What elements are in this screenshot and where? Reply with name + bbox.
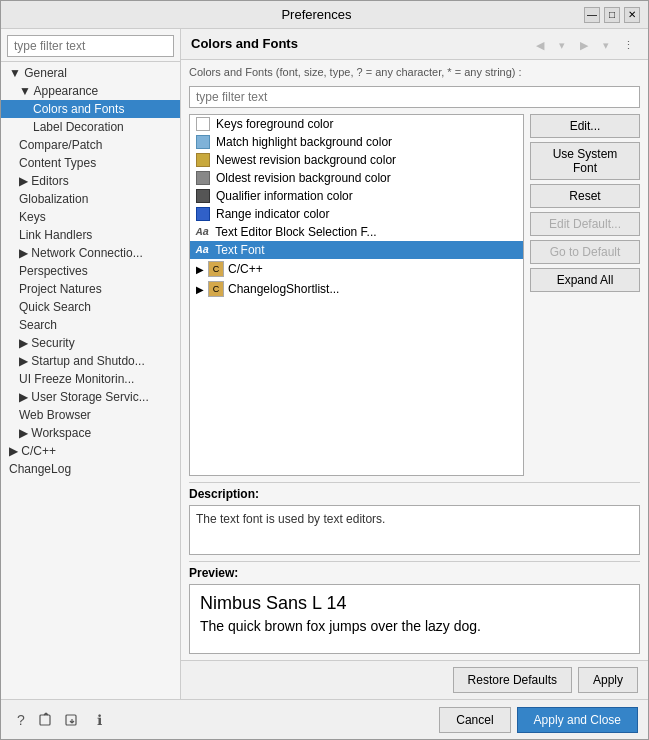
apply-and-close-button[interactable]: Apply and Close: [517, 707, 638, 733]
sidebar: ▼ General▼ AppearanceColors and FontsLab…: [1, 29, 181, 699]
restore-defaults-button[interactable]: Restore Defaults: [453, 667, 572, 693]
go-to-default-button[interactable]: Go to Default: [530, 240, 640, 264]
filter-description: Colors and Fonts (font, size, type, ? = …: [189, 66, 640, 78]
footer-bar: ? ℹ Cancel Apply and Close: [1, 699, 648, 739]
preview-font-name: Nimbus Sans L 14: [200, 593, 629, 614]
side-buttons: Edit... Use System Font Reset Edit Defau…: [530, 114, 640, 476]
edit-button[interactable]: Edit...: [530, 114, 640, 138]
color-swatch: [196, 117, 210, 131]
color-item-range-indicator[interactable]: Range indicator color: [190, 205, 523, 223]
footer-icons: ? ℹ: [11, 710, 109, 730]
sidebar-item-ui-freeze[interactable]: UI Freeze Monitorin...: [1, 370, 180, 388]
forward-dropdown-button[interactable]: ▾: [596, 35, 616, 55]
sidebar-item-security[interactable]: ▶ Security: [1, 334, 180, 352]
sidebar-tree: ▼ General▼ AppearanceColors and FontsLab…: [1, 62, 180, 699]
sidebar-filter-input[interactable]: [7, 35, 174, 57]
sidebar-item-cpp[interactable]: ▶ C/C++: [1, 442, 180, 460]
sidebar-item-compare-patch[interactable]: Compare/Patch: [1, 136, 180, 154]
description-text: The text font is used by text editors.: [189, 505, 640, 555]
preferences-window: Preferences — □ ✕ ▼ General▼ AppearanceC…: [0, 0, 649, 740]
import-icon[interactable]: [63, 710, 83, 730]
help-icon[interactable]: ?: [11, 710, 31, 730]
sidebar-item-appearance[interactable]: ▼ Appearance: [1, 82, 180, 100]
forward-button[interactable]: ▶: [574, 35, 594, 55]
color-item-text-block-sel[interactable]: AaText Editor Block Selection F...: [190, 223, 523, 241]
sidebar-item-workspace[interactable]: ▶ Workspace: [1, 424, 180, 442]
description-section: Description: The text font is used by te…: [189, 482, 640, 555]
colors-filter-input[interactable]: [189, 86, 640, 108]
reset-button[interactable]: Reset: [530, 184, 640, 208]
maximize-button[interactable]: □: [604, 7, 620, 23]
right-panel: Colors and Fonts ◀ ▾ ▶ ▾ ⋮ Colors and Fo…: [181, 29, 648, 699]
aa-icon: Aa: [196, 244, 209, 256]
sidebar-filter-area: [1, 29, 180, 62]
panel-header: Colors and Fonts ◀ ▾ ▶ ▾ ⋮: [181, 29, 648, 60]
apply-button[interactable]: Apply: [578, 667, 638, 693]
preview-box: Nimbus Sans L 14 The quick brown fox jum…: [189, 584, 640, 654]
window-title: Preferences: [49, 7, 584, 22]
sidebar-item-quick-search[interactable]: Quick Search: [1, 298, 180, 316]
group-icon: C: [208, 281, 224, 297]
group-item-changelogshortlist[interactable]: ▶CChangelogShortlist...: [190, 279, 523, 299]
list-and-buttons: Keys foreground colorMatch highlight bac…: [189, 114, 640, 476]
preview-label: Preview:: [189, 566, 640, 580]
color-item-qualifier-info[interactable]: Qualifier information color: [190, 187, 523, 205]
aa-icon: Aa: [196, 226, 209, 238]
expand-all-button[interactable]: Expand All: [530, 268, 640, 292]
sidebar-item-content-types[interactable]: Content Types: [1, 154, 180, 172]
sidebar-item-network-connections[interactable]: ▶ Network Connectio...: [1, 244, 180, 262]
main-content: ▼ General▼ AppearanceColors and FontsLab…: [1, 29, 648, 699]
window-controls: — □ ✕: [584, 7, 640, 23]
panel-menu-button[interactable]: ⋮: [618, 35, 638, 55]
sidebar-item-startup-shutdown[interactable]: ▶ Startup and Shutdo...: [1, 352, 180, 370]
export-icon[interactable]: [37, 710, 57, 730]
title-bar: Preferences — □ ✕: [1, 1, 648, 29]
footer-action-buttons: Cancel Apply and Close: [439, 707, 638, 733]
sidebar-item-label-decoration[interactable]: Label Decoration: [1, 118, 180, 136]
colors-filter-area: [189, 86, 640, 108]
sidebar-item-project-natures[interactable]: Project Natures: [1, 280, 180, 298]
use-system-font-button[interactable]: Use System Font: [530, 142, 640, 180]
sidebar-item-perspectives[interactable]: Perspectives: [1, 262, 180, 280]
color-swatch: [196, 207, 210, 221]
svg-rect-0: [40, 715, 50, 725]
color-item-text-font[interactable]: AaText Font: [190, 241, 523, 259]
group-icon: C: [208, 261, 224, 277]
panel-body: Colors and Fonts (font, size, type, ? = …: [181, 60, 648, 660]
group-item-cpp-group[interactable]: ▶CC/C++: [190, 259, 523, 279]
color-item-oldest-revision[interactable]: Oldest revision background color: [190, 169, 523, 187]
sidebar-item-colors-and-fonts[interactable]: Colors and Fonts: [1, 100, 180, 118]
color-item-keys-fg[interactable]: Keys foreground color: [190, 115, 523, 133]
cancel-button[interactable]: Cancel: [439, 707, 510, 733]
sidebar-item-general[interactable]: ▼ General: [1, 64, 180, 82]
minimize-button[interactable]: —: [584, 7, 600, 23]
sidebar-item-changelog[interactable]: ChangeLog: [1, 460, 180, 478]
sidebar-item-link-handlers[interactable]: Link Handlers: [1, 226, 180, 244]
panel-toolbar: ◀ ▾ ▶ ▾ ⋮: [530, 35, 638, 55]
color-swatch: [196, 171, 210, 185]
close-button[interactable]: ✕: [624, 7, 640, 23]
preview-sample-text: The quick brown fox jumps over the lazy …: [200, 618, 629, 634]
color-swatch: [196, 153, 210, 167]
edit-default-button[interactable]: Edit Default...: [530, 212, 640, 236]
color-swatch: [196, 135, 210, 149]
sidebar-item-web-browser[interactable]: Web Browser: [1, 406, 180, 424]
panel-title: Colors and Fonts: [191, 36, 298, 51]
description-label: Description:: [189, 487, 640, 501]
svg-rect-1: [66, 715, 76, 725]
sidebar-item-editors[interactable]: ▶ Editors: [1, 172, 180, 190]
preview-section: Preview: Nimbus Sans L 14 The quick brow…: [189, 561, 640, 654]
sidebar-item-user-storage[interactable]: ▶ User Storage Servic...: [1, 388, 180, 406]
back-dropdown-button[interactable]: ▾: [552, 35, 572, 55]
color-font-list[interactable]: Keys foreground colorMatch highlight bac…: [189, 114, 524, 476]
color-swatch: [196, 189, 210, 203]
color-item-newest-revision[interactable]: Newest revision background color: [190, 151, 523, 169]
bottom-bar: Restore Defaults Apply: [181, 660, 648, 699]
sidebar-item-search[interactable]: Search: [1, 316, 180, 334]
info-icon[interactable]: ℹ: [89, 710, 109, 730]
sidebar-item-keys[interactable]: Keys: [1, 208, 180, 226]
back-button[interactable]: ◀: [530, 35, 550, 55]
sidebar-item-globalization[interactable]: Globalization: [1, 190, 180, 208]
color-item-match-highlight[interactable]: Match highlight background color: [190, 133, 523, 151]
